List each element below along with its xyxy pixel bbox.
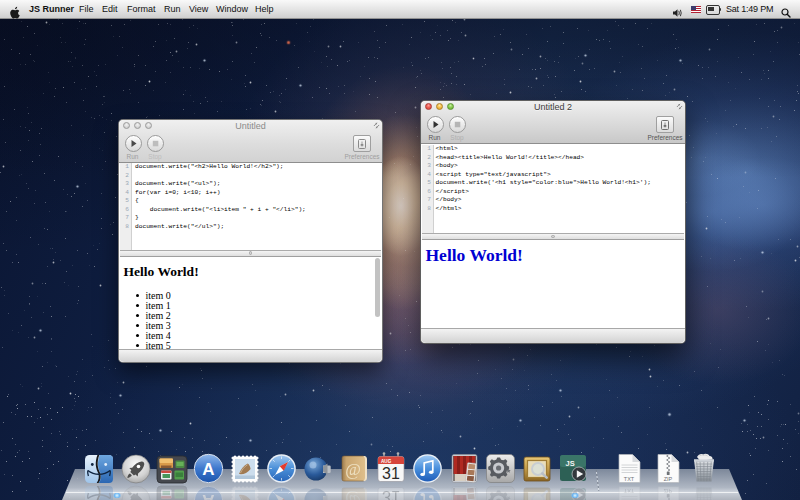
svg-text:JS: JS [566,459,575,468]
svg-text:TXT: TXT [623,488,634,494]
svg-text:A: A [202,491,214,500]
svg-text:31: 31 [382,488,400,500]
svg-text:ZIP: ZIP [664,476,673,482]
svg-text:ZIP: ZIP [664,488,673,494]
svg-text:31: 31 [382,465,400,482]
svg-text:AUG: AUG [381,459,392,464]
svg-text:@: @ [345,460,361,479]
svg-text:@: @ [345,491,361,500]
svg-text:A: A [202,460,214,479]
svg-text:TXT: TXT [623,476,634,482]
